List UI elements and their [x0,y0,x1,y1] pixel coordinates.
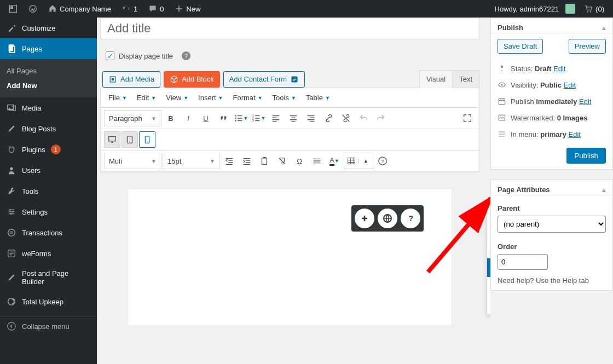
tab-text[interactable]: Text [452,70,479,88]
topbar-new[interactable]: New [170,0,205,18]
sidebar-ppb[interactable]: Post and Page Builder [0,264,97,291]
display-title-checkbox[interactable]: ✓ [106,51,114,60]
dd-column[interactable]: Column▶ [487,296,490,314]
numbered-list-button[interactable]: 123▼ [250,110,267,126]
publish-button[interactable]: Publish [566,148,606,164]
sidebar-weforms[interactable]: weForms [0,243,97,264]
paste-button[interactable] [256,153,273,169]
align-left-button[interactable] [268,110,284,126]
sidebar-tools[interactable]: Tools [0,181,97,201]
avatar[interactable] [565,4,575,14]
menu-edit[interactable]: Edit▼ [132,90,160,105]
link-button[interactable] [320,110,337,126]
topbar-logo[interactable] [4,0,22,18]
sidebar-pages[interactable]: Pages [0,38,97,59]
italic-button[interactable]: I [180,110,196,126]
menu-file[interactable]: File▼ [104,90,131,105]
svg-point-3 [587,11,588,12]
preview-desktop-button[interactable] [104,131,120,148]
sidebar-blog-posts[interactable]: Blog Posts [0,118,97,139]
sidebar-customize[interactable]: Customize [0,18,97,38]
dd-table[interactable]: Table▶ [487,203,490,221]
meta-column: Publish▴ Save Draft Preview Status: Draf… [490,18,613,364]
sidebar-users[interactable]: Users [0,160,97,181]
dd-cell[interactable]: Cell▶ [487,258,490,277]
float-add-button[interactable] [355,209,374,228]
topbar-wordpress[interactable] [24,0,42,18]
preview-button[interactable]: Preview [569,39,606,54]
table-toolbar-button[interactable]: ▲ [344,153,373,169]
font-size-select[interactable]: 15pt▼ [163,153,220,169]
svg-point-18 [235,115,236,116]
topbar-site[interactable]: Company Name [44,0,115,18]
dd-row[interactable]: Row▶ [487,277,490,296]
add-media-button[interactable]: Add Media [102,71,160,88]
add-block-button[interactable]: Add Block [164,71,220,88]
text-color-button[interactable]: A▼ [326,153,343,169]
menu-view[interactable]: View▼ [161,90,193,105]
align-right-button[interactable] [303,110,319,126]
topbar-comments[interactable]: 0 [144,0,168,18]
topbar-updates[interactable]: 1 [118,0,142,18]
panel-toggle-icon[interactable]: ▴ [602,24,606,32]
help-button[interactable]: ? [374,153,391,169]
format-select[interactable]: Paragraph▼ [104,110,161,126]
status-edit-link[interactable]: Edit [553,65,565,73]
svg-text:?: ? [381,158,384,164]
float-globe-button[interactable] [378,209,397,228]
menu-row: In menu: primary Edit [498,126,606,142]
admin-topbar: Company Name 1 0 New Howdy, admin67221 (… [0,0,613,18]
sidebar-media[interactable]: Media [0,97,97,118]
topbar-cart[interactable]: (0) [580,0,609,18]
bullet-list-button[interactable]: ▼ [233,110,249,126]
fullscreen-button[interactable] [459,110,476,126]
menu-insert[interactable]: Insert▼ [194,90,227,105]
preview-mobile-button[interactable] [139,131,155,148]
clear-format-button[interactable] [274,153,290,169]
help-icon[interactable]: ? [182,51,190,60]
save-draft-button[interactable]: Save Draft [498,39,543,54]
editor-main: Add title ✓ Display page title ? Add Med… [97,18,490,364]
bold-button[interactable]: B [163,110,179,126]
parent-select[interactable]: (no parent) [498,216,606,233]
panel-toggle-icon[interactable]: ▴ [602,186,606,194]
menu-edit-link[interactable]: Edit [569,130,581,138]
outdent-button[interactable] [221,153,238,169]
sidebar-settings[interactable]: Settings [0,201,97,222]
menu-tools[interactable]: Tools▼ [268,90,300,105]
font-family-select[interactable]: Muli▼ [104,153,161,169]
hr-button[interactable] [309,153,325,169]
title-input[interactable]: Add title [100,18,479,39]
visibility-edit-link[interactable]: Edit [564,81,576,89]
sidebar-upkeep[interactable]: Total Upkeep [0,291,97,312]
blockquote-button[interactable] [215,110,232,126]
add-contact-form-button[interactable]: Add Contact Form [223,71,305,88]
topbar-howdy[interactable]: Howdy, admin67221 [495,5,559,13]
indent-button[interactable] [239,153,255,169]
visibility-row: Visibility: Public Edit [498,77,606,93]
menu-table[interactable]: Table▼ [302,90,334,105]
sidebar-sub-add-new[interactable]: Add New [0,78,97,93]
preview-tablet-button[interactable] [122,131,138,148]
svg-point-26 [129,142,130,142]
sidebar-sub-all-pages[interactable]: All Pages [0,63,97,78]
align-center-button[interactable] [285,110,302,126]
schedule-edit-link[interactable]: Edit [579,97,591,106]
undo-button[interactable] [355,110,372,126]
underline-button[interactable]: U [198,110,214,126]
sidebar-collapse[interactable]: Collapse menu [0,316,97,336]
redo-button[interactable] [373,110,389,126]
sidebar-plugins[interactable]: Plugins1 [0,139,97,160]
special-char-button[interactable]: Ω [291,153,308,169]
order-input[interactable] [498,254,548,270]
plugins-badge: 1 [51,145,61,154]
svg-rect-5 [9,45,13,51]
menu-format[interactable]: Format▼ [229,90,267,105]
sidebar-transactions[interactable]: Transactions [0,222,97,243]
tab-visual[interactable]: Visual [419,70,453,88]
svg-text:3: 3 [252,119,253,122]
svg-point-41 [501,84,502,85]
table-dropdown: Table▶ Table properties Delete table Cel… [487,202,490,315]
unlink-button[interactable] [338,110,354,126]
float-help-button[interactable]: ? [401,209,420,228]
